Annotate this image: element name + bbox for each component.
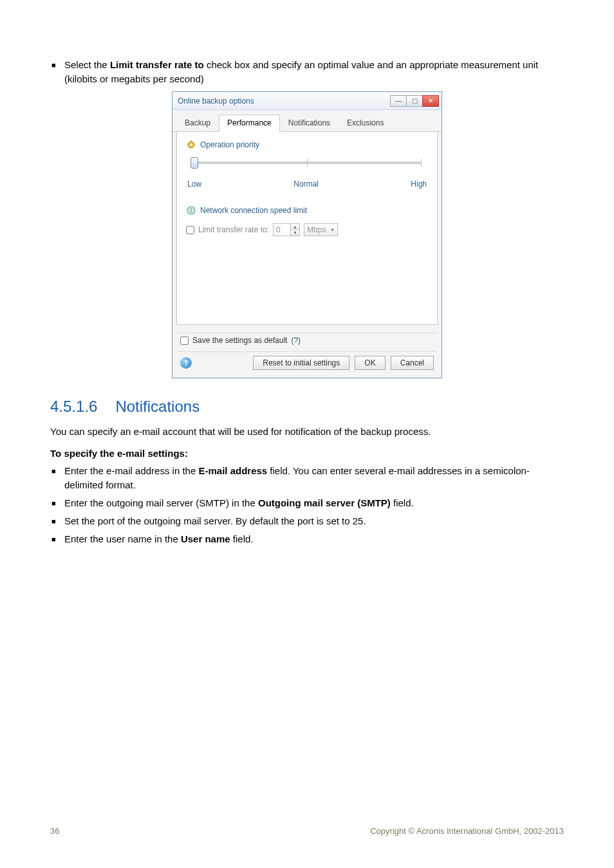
maximize-button[interactable]: ▢ xyxy=(406,95,423,107)
save-default-help-link[interactable]: (?) xyxy=(291,336,301,345)
limit-transfer-label: Limit transfer rate to: xyxy=(198,225,269,234)
ok-button[interactable]: OK xyxy=(355,356,385,370)
dialog-wrap: Online backup options — ▢ ✕ Backup Perfo… xyxy=(50,91,564,378)
copyright: Copyright © Acronis International GmbH, … xyxy=(370,826,564,836)
limit-transfer-row: Limit transfer rate to: 0 ▲▼ Mbps ▼ xyxy=(186,223,428,236)
dialog-lower: Save the settings as default (?) ? Reset… xyxy=(172,330,442,378)
bullet-marker: ■ xyxy=(50,58,64,86)
settings-bullets: ■ Enter the e-mail address in the E-mail… xyxy=(50,464,564,546)
window-buttons: — ▢ ✕ xyxy=(391,95,439,107)
slider-ticks xyxy=(192,159,422,167)
cancel-button[interactable]: Cancel xyxy=(391,356,434,370)
page-footer: 36 Copyright © Acronis International Gmb… xyxy=(50,826,564,836)
tab-exclusions[interactable]: Exclusions xyxy=(339,115,392,132)
slider-label-high: High xyxy=(411,180,427,189)
limit-unit-select[interactable]: Mbps ▼ xyxy=(304,223,338,236)
tab-backup[interactable]: Backup xyxy=(176,115,219,132)
button-group: Reset to initial settings OK Cancel xyxy=(253,356,434,370)
help-icon[interactable]: ? xyxy=(180,357,192,369)
dialog-title: Online backup options xyxy=(178,97,254,106)
bullet-marker: ■ xyxy=(50,532,64,546)
gear-icon xyxy=(186,140,196,150)
spin-down-icon[interactable]: ▼ xyxy=(291,230,299,236)
chevron-down-icon: ▼ xyxy=(330,227,335,233)
slider-label-normal: Normal xyxy=(293,180,319,189)
close-button[interactable]: ✕ xyxy=(422,95,439,107)
save-default-label: Save the settings as default xyxy=(192,336,287,345)
svg-marker-2 xyxy=(191,140,192,142)
bullet-marker: ■ xyxy=(50,514,64,528)
tab-performance[interactable]: Performance xyxy=(219,115,280,132)
save-default-checkbox[interactable] xyxy=(180,337,189,345)
intro-bullet: ■ Select the Limit transfer rate to chec… xyxy=(50,58,564,86)
slider-label-low: Low xyxy=(187,180,201,189)
svg-point-1 xyxy=(190,143,192,146)
save-default-row: Save the settings as default (?) xyxy=(178,333,436,351)
network-limit-heading: Network connection speed limit xyxy=(186,205,428,216)
spin-up-icon[interactable]: ▲ xyxy=(291,224,299,230)
reset-button[interactable]: Reset to initial settings xyxy=(253,356,349,370)
spinner[interactable]: ▲▼ xyxy=(290,224,299,235)
operation-priority-heading: Operation priority xyxy=(186,140,428,150)
list-item: ■ Enter the e-mail address in the E-mail… xyxy=(50,464,564,492)
intro-text: Select the Limit transfer rate to check … xyxy=(64,58,564,86)
section-paragraph: You can specify an e-mail account that w… xyxy=(50,425,564,439)
button-row: ? Reset to initial settings OK Cancel xyxy=(178,351,436,373)
priority-slider[interactable] xyxy=(187,156,427,178)
tab-notifications[interactable]: Notifications xyxy=(280,115,339,132)
minimize-button[interactable]: — xyxy=(390,95,407,107)
tabs: Backup Performance Notifications Exclusi… xyxy=(172,110,442,132)
slider-labels: Low Normal High xyxy=(186,180,428,189)
bullet-marker: ■ xyxy=(50,496,64,510)
limit-transfer-checkbox[interactable] xyxy=(186,226,194,234)
network-icon xyxy=(186,205,196,216)
online-backup-options-dialog: Online backup options — ▢ ✕ Backup Perfo… xyxy=(172,91,442,378)
list-item: ■ Enter the user name in the User name f… xyxy=(50,532,564,546)
list-item: ■ Set the port of the outgoing mail serv… xyxy=(50,514,564,528)
section-heading: 4.5.1.6Notifications xyxy=(50,398,564,416)
bullet-marker: ■ xyxy=(50,464,64,492)
page-number: 36 xyxy=(50,826,59,836)
tab-body-performance: Operation priority Low Normal High Netwo… xyxy=(176,132,438,325)
section-subhead: To specify the e-mail settings: xyxy=(50,448,564,459)
list-item: ■ Enter the outgoing mail server (SMTP) … xyxy=(50,496,564,510)
limit-transfer-value[interactable]: 0 ▲▼ xyxy=(273,223,300,236)
slider-thumb[interactable] xyxy=(191,157,198,169)
titlebar: Online backup options — ▢ ✕ xyxy=(172,92,442,110)
limit-value-input[interactable]: 0 xyxy=(274,224,290,235)
